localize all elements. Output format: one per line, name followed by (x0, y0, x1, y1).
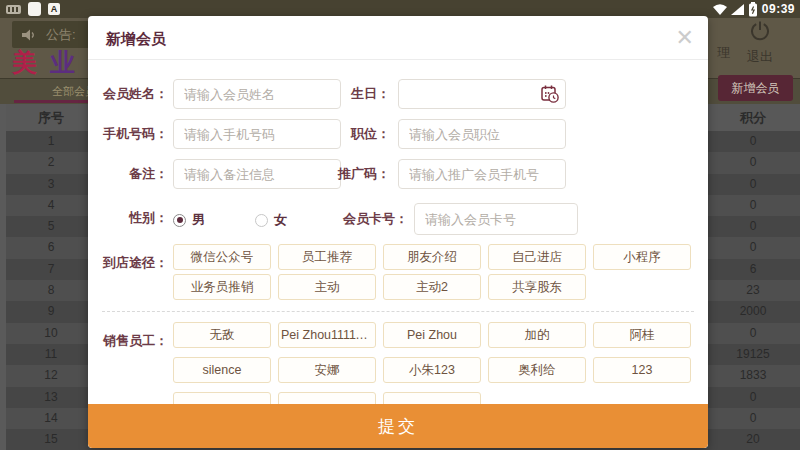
row-serial: 1 (6, 131, 96, 152)
close-icon[interactable]: ✕ (676, 25, 694, 51)
birthday-label: 生日： (268, 79, 390, 109)
radio-male-label: 男 (192, 211, 205, 229)
row-serial: 13 (6, 387, 96, 408)
row-points: 6 (706, 259, 800, 280)
calendar-date-picker-icon[interactable] (540, 84, 561, 105)
row-serial: 7 (6, 259, 96, 280)
sales-staff-option[interactable]: silence (173, 357, 271, 383)
signal-icon (731, 4, 744, 15)
row-serial: 11 (6, 344, 96, 365)
row-points: 2000 (706, 301, 800, 322)
sales-staff-option[interactable]: 小朱123 (383, 357, 481, 383)
logout-label: 退出 (744, 48, 776, 66)
store-path-option[interactable]: 共享股东 (488, 274, 586, 300)
section-divider (102, 311, 694, 312)
row-serial: 3 (6, 174, 96, 195)
position-input[interactable] (398, 119, 566, 149)
battery-charging-icon (748, 2, 758, 17)
row-points: 19125 (706, 344, 800, 365)
row-serial: 14 (6, 408, 96, 429)
row-serial: 12 (6, 365, 96, 386)
sales-staff-option[interactable]: 123 (593, 357, 691, 383)
store-path-label: 到店途径： (88, 248, 168, 278)
row-serial: 6 (6, 237, 96, 258)
app-screen: A 09:39 公告: 美业翼 理 退出 全部会员 (0, 0, 800, 450)
member-name-label: 会员姓名： (88, 79, 168, 109)
sales-staff-option[interactable]: 安娜 (278, 357, 376, 383)
row-points: 1833 (706, 365, 800, 386)
submit-button[interactable]: 提交 (88, 404, 708, 448)
ime-notification-icon (28, 2, 41, 16)
row-serial: 9 (6, 301, 96, 322)
row-points: 0 (706, 387, 800, 408)
modal-body: 会员姓名： 生日： 手机号码： 职位： 备注： 推广码： (88, 61, 708, 404)
row-points: 0 (706, 174, 800, 195)
power-icon (749, 20, 771, 42)
row-points: 0 (706, 152, 800, 173)
remark-label: 备注： (88, 159, 168, 189)
radio-male[interactable] (173, 214, 186, 227)
store-path-option[interactable]: 小程序 (593, 244, 691, 270)
store-path-option[interactable]: 主动2 (383, 274, 481, 300)
row-serial: 10 (6, 323, 96, 344)
row-points: 0 (706, 216, 800, 237)
store-path-option[interactable]: 朋友介绍 (383, 244, 481, 270)
store-path-option[interactable]: 自己进店 (488, 244, 586, 270)
clock: 09:39 (762, 2, 795, 16)
sales-staff-option[interactable] (173, 392, 271, 404)
store-path-options: 微信公众号 员工推荐 朋友介绍 自己进店 小程序 业务员推销 主动 主动2 共享… (173, 244, 703, 300)
table-left-edge (0, 104, 6, 450)
logout-button[interactable]: 退出 (744, 20, 776, 66)
position-label: 职位： (268, 119, 390, 149)
logo-char: 业 (50, 48, 75, 76)
sales-staff-option[interactable]: 阿桂 (593, 322, 691, 348)
sales-staff-option[interactable]: Pei Zhou (383, 322, 481, 348)
sales-staff-option[interactable]: 无敌 (173, 322, 271, 348)
row-points: 0 (706, 131, 800, 152)
wifi-icon (713, 4, 727, 15)
row-points: 0 (706, 195, 800, 216)
sales-staff-options: 无敌 Pei Zhou111111111 Pei Zhou 加的 阿桂 sile… (173, 322, 703, 404)
row-points: 0 (706, 237, 800, 258)
card-number-label: 会员卡号： (230, 203, 408, 235)
card-number-input[interactable] (414, 203, 578, 235)
modal-title: 新增会员 (106, 30, 166, 49)
row-points: 20 (706, 429, 800, 450)
nav-item-partial[interactable]: 理 (717, 44, 730, 62)
gender-label: 性别： (88, 203, 168, 233)
store-path-option[interactable]: 业务员推销 (173, 274, 271, 300)
store-path-option[interactable]: 主动 (278, 274, 376, 300)
sales-staff-label: 销售员工： (88, 326, 168, 356)
phone-label: 手机号码： (88, 119, 168, 149)
keyboard-icon (6, 5, 21, 14)
promo-code-input[interactable] (398, 159, 566, 189)
input-method-a-icon: A (48, 3, 60, 15)
row-serial: 8 (6, 280, 96, 301)
sales-staff-option[interactable]: Pei Zhou111111111 (278, 322, 376, 348)
sales-staff-option[interactable] (278, 392, 376, 404)
column-serial: 序号 (6, 104, 96, 131)
row-serial: 5 (6, 216, 96, 237)
sales-staff-option[interactable]: 奥利给 (488, 357, 586, 383)
promo-code-label: 推广码： (268, 159, 390, 189)
sales-staff-option[interactable]: 加的 (488, 322, 586, 348)
sales-staff-option[interactable] (383, 392, 481, 404)
add-member-modal: 新增会员 ✕ 会员姓名： 生日： 手机号码： 职位： (88, 16, 708, 448)
announcement-label: 公告: (46, 26, 76, 44)
row-serial: 4 (6, 195, 96, 216)
store-path-option[interactable]: 员工推荐 (278, 244, 376, 270)
column-points: 积分 (706, 104, 800, 131)
add-member-button[interactable]: 新增会员 (718, 75, 793, 101)
logo-char: 美 (12, 48, 37, 76)
row-serial: 15 (6, 429, 96, 450)
row-points: 23 (706, 280, 800, 301)
speaker-icon (22, 29, 36, 41)
store-path-option[interactable]: 微信公众号 (173, 244, 271, 270)
modal-titlebar: 新增会员 ✕ (88, 16, 708, 60)
row-points: 0 (706, 408, 800, 429)
row-points: 0 (706, 323, 800, 344)
row-serial: 2 (6, 152, 96, 173)
